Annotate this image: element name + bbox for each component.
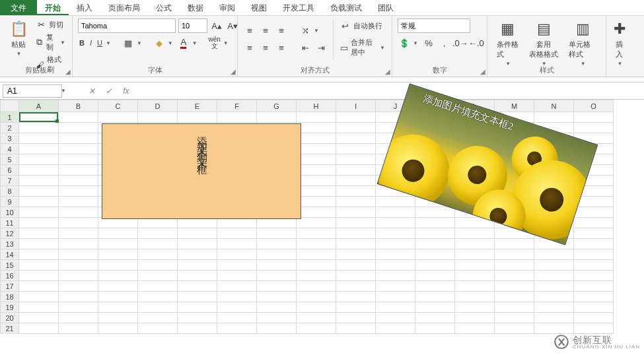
cell-A6[interactable]: [19, 165, 59, 176]
bold-button[interactable]: B: [78, 38, 86, 48]
cell-C21[interactable]: [98, 323, 138, 334]
cell-I6[interactable]: [336, 165, 376, 176]
cell-E13[interactable]: [178, 239, 217, 249]
align-top-button[interactable]: ≡: [243, 24, 256, 36]
cell-C12[interactable]: [98, 228, 138, 239]
dialog-launcher-icon[interactable]: ◢: [65, 68, 71, 75]
tab-insert[interactable]: 插入: [69, 0, 100, 15]
cell-D19[interactable]: [138, 302, 178, 313]
row-header-2[interactable]: 2: [1, 123, 19, 133]
cell-A21[interactable]: [19, 323, 59, 334]
col-header-I[interactable]: I: [336, 100, 376, 112]
cell-H7[interactable]: [297, 176, 336, 186]
cell-L15[interactable]: [455, 260, 495, 271]
cell-N19[interactable]: [534, 302, 574, 313]
cell-H21[interactable]: [297, 323, 336, 334]
cell-I15[interactable]: [336, 260, 376, 271]
increase-font-button[interactable]: A▴: [210, 20, 223, 32]
border-button[interactable]: ▦▼: [122, 37, 143, 49]
wrap-text-button[interactable]: ↩自动换行: [339, 20, 386, 32]
cell-O16[interactable]: [574, 271, 614, 281]
dec-decimal-button[interactable]: ←.0: [470, 37, 483, 49]
paste-button[interactable]: 📋 粘贴 ▼: [5, 18, 32, 58]
cell-N14[interactable]: [534, 249, 574, 260]
cell-L13[interactable]: [455, 239, 495, 249]
cell-B9[interactable]: [59, 197, 98, 207]
cell-I18[interactable]: [336, 292, 376, 302]
orientation-button[interactable]: ⤭▼: [299, 24, 320, 36]
row-header-9[interactable]: 9: [1, 197, 19, 207]
cell-M13[interactable]: [495, 239, 534, 249]
cell-C13[interactable]: [98, 239, 138, 249]
cell-D21[interactable]: [138, 323, 178, 334]
cell-A5[interactable]: [19, 154, 59, 165]
cell-J20[interactable]: [376, 313, 415, 323]
cell-K16[interactable]: [415, 271, 455, 281]
cell-E12[interactable]: [178, 228, 217, 239]
cell-B21[interactable]: [59, 323, 98, 334]
tab-formulas[interactable]: 公式: [148, 0, 180, 15]
cell-C14[interactable]: [98, 249, 138, 260]
align-left-button[interactable]: ≡: [243, 42, 256, 53]
cell-A16[interactable]: [19, 271, 59, 281]
cancel-formula-button[interactable]: ✕: [86, 85, 98, 97]
font-name-combo[interactable]: [78, 18, 176, 33]
cell-G21[interactable]: [257, 323, 297, 334]
cell-A7[interactable]: [19, 176, 59, 186]
cell-I1[interactable]: [336, 112, 376, 123]
cell-O19[interactable]: [574, 302, 614, 313]
col-header-F[interactable]: F: [217, 100, 257, 112]
row-header-11[interactable]: 11: [1, 218, 19, 228]
cell-A15[interactable]: [19, 260, 59, 271]
cell-D12[interactable]: [138, 228, 178, 239]
cell-F17[interactable]: [217, 281, 257, 292]
row-header-12[interactable]: 12: [1, 228, 19, 239]
cell-A4[interactable]: [19, 144, 59, 154]
cell-L17[interactable]: [455, 281, 495, 292]
cell-A12[interactable]: [19, 228, 59, 239]
cell-K18[interactable]: [415, 292, 455, 302]
cell-A1[interactable]: [19, 112, 59, 123]
cell-K20[interactable]: [415, 313, 455, 323]
cell-K19[interactable]: [415, 302, 455, 313]
cell-N20[interactable]: [534, 313, 574, 323]
cell-A10[interactable]: [19, 207, 59, 218]
fx-button[interactable]: fx: [120, 85, 132, 97]
cell-B15[interactable]: [59, 260, 98, 271]
cell-N16[interactable]: [534, 271, 574, 281]
cell-H5[interactable]: [297, 154, 336, 165]
indent-dec-button[interactable]: ⇤: [299, 42, 312, 53]
cell-D15[interactable]: [138, 260, 178, 271]
cell-D1[interactable]: [138, 112, 178, 123]
cell-B8[interactable]: [59, 186, 98, 197]
format-table-button[interactable]: ▤ 套用 表格格式▼: [525, 18, 562, 68]
cell-O2[interactable]: [574, 123, 614, 133]
cell-B7[interactable]: [59, 176, 98, 186]
fill-color-button[interactable]: ◆▼: [153, 37, 174, 49]
cell-I11[interactable]: [336, 218, 376, 228]
cell-M19[interactable]: [495, 302, 534, 313]
cell-K13[interactable]: [415, 239, 455, 249]
col-header-N[interactable]: N: [534, 100, 574, 112]
dialog-launcher-icon[interactable]: ◢: [385, 68, 390, 75]
cell-N17[interactable]: [534, 281, 574, 292]
cell-M21[interactable]: [495, 323, 534, 334]
cell-N1[interactable]: [534, 112, 574, 123]
row-header-16[interactable]: 16: [1, 271, 19, 281]
cell-H2[interactable]: [297, 123, 336, 133]
cell-I2[interactable]: [336, 123, 376, 133]
cell-C20[interactable]: [98, 313, 138, 323]
tab-dev[interactable]: 开发工具: [275, 0, 322, 15]
cell-B3[interactable]: [59, 133, 98, 144]
cell-D17[interactable]: [138, 281, 178, 292]
comma-button[interactable]: ,: [438, 37, 451, 49]
cell-F15[interactable]: [217, 260, 257, 271]
cell-G13[interactable]: [257, 239, 297, 249]
cell-H20[interactable]: [297, 313, 336, 323]
cell-H18[interactable]: [297, 292, 336, 302]
row-header-21[interactable]: 21: [1, 323, 19, 334]
tab-file[interactable]: 文件: [0, 0, 37, 15]
tab-load[interactable]: 负载测试: [322, 0, 370, 15]
currency-button[interactable]: 💲▼: [398, 37, 419, 49]
cell-A3[interactable]: [19, 133, 59, 144]
